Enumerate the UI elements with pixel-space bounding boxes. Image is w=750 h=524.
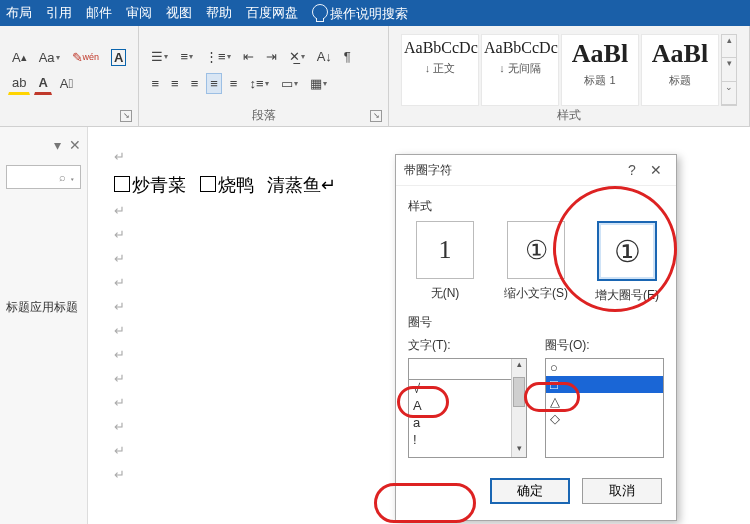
bullets-button[interactable]: ☰▾ <box>147 46 172 67</box>
bulb-icon <box>312 4 328 20</box>
cancel-button[interactable]: 取消 <box>582 478 662 504</box>
dialog-close-button[interactable]: ✕ <box>644 162 668 178</box>
menu-layout[interactable]: 布局 <box>6 4 32 22</box>
styles-group-label: 样式 <box>389 107 749 124</box>
nav-heading-hint: 标题应用标题 <box>6 299 81 316</box>
character-border-button[interactable]: A <box>107 46 130 69</box>
menu-references[interactable]: 引用 <box>46 4 72 22</box>
align-left-button[interactable]: ≡ <box>147 73 163 94</box>
text-item[interactable]: √ <box>409 380 511 397</box>
ribbon-group-paragraph: ☰▾ ≡▾ ⋮≡▾ ⇤ ⇥ ✕̲▾ A↓ ¶ ≡ ≡ ≡ ≡ ≡ ↕≡▾ ▭▾ <box>139 26 389 126</box>
ring-field-label: 圈号(O): <box>545 337 664 354</box>
highlight-button[interactable]: ab <box>8 72 30 95</box>
text-item[interactable]: a <box>409 414 511 431</box>
ring-item-selected[interactable]: □ <box>546 376 663 393</box>
borders-button[interactable]: ▦▾ <box>306 73 331 94</box>
ring-item[interactable]: ○ <box>546 359 663 376</box>
nav-dropdown-icon[interactable]: ▾ <box>54 137 61 153</box>
style-section-label: 样式 <box>408 198 664 215</box>
menu-help[interactable]: 帮助 <box>206 4 232 22</box>
text-field-label: 文字(T): <box>408 337 527 354</box>
ring-section-label: 圈号 <box>408 314 664 331</box>
styles-gallery[interactable]: AaBbCcDc↓ 正文 AaBbCcDc↓ 无间隔 AaBl标题 1 AaBl… <box>397 30 741 110</box>
ring-item[interactable]: ◇ <box>546 410 663 427</box>
ribbon-group-font: A▴ Aa▾ ✎wén A ab A A⃝ ↘ <box>0 26 139 126</box>
ribbon-group-styles: AaBbCcDc↓ 正文 AaBbCcDc↓ 无间隔 AaBl标题 1 AaBl… <box>389 26 750 126</box>
menu-review[interactable]: 审阅 <box>126 4 152 22</box>
ring-item[interactable]: △ <box>546 393 663 410</box>
change-case-button[interactable]: Aa▾ <box>35 47 64 68</box>
distributed-button[interactable]: ≡ <box>226 73 242 94</box>
checkbox-icon <box>200 176 216 192</box>
enclose-characters-button[interactable]: A⃝ <box>56 73 77 94</box>
dialog-help-button[interactable]: ? <box>620 162 644 178</box>
multilevel-list-button[interactable]: ⋮≡▾ <box>201 46 235 67</box>
nav-close-icon[interactable]: ✕ <box>69 137 81 153</box>
decrease-indent-button[interactable]: ⇤ <box>239 46 258 67</box>
numbering-button[interactable]: ≡▾ <box>176 46 197 67</box>
style-no-spacing[interactable]: AaBbCcDc↓ 无间隔 <box>481 34 559 106</box>
dialog-title: 带圈字符 <box>404 162 620 179</box>
text-listbox[interactable]: √ A a ! ▴▾ <box>408 358 527 458</box>
font-color-button[interactable]: A <box>34 72 51 95</box>
ok-button[interactable]: 确定 <box>490 478 570 504</box>
style-heading-1[interactable]: AaBl标题 1 <box>561 34 639 106</box>
text-direction-button[interactable]: ✕̲▾ <box>285 46 309 67</box>
shading-button[interactable]: ▭▾ <box>277 73 302 94</box>
checkbox-icon <box>114 176 130 192</box>
phonetic-guide-button[interactable]: ✎wén <box>68 47 104 68</box>
tell-me[interactable]: 操作说明搜索 <box>312 4 408 23</box>
sort-button[interactable]: A↓ <box>313 46 336 67</box>
nav-search-input[interactable]: ⌕ ▾ <box>6 165 81 189</box>
style-option-enlarge[interactable]: ① 增大圈号(E) <box>592 221 662 304</box>
paragraph-group-launcher[interactable]: ↘ <box>370 110 382 122</box>
paragraph-group-label: 段落 <box>139 107 388 124</box>
grow-font-button[interactable]: A▴ <box>8 47 31 68</box>
style-option-shrink[interactable]: ① 缩小文字(S) <box>501 221 571 304</box>
text-scrollbar[interactable]: ▴▾ <box>511 359 526 457</box>
text-item[interactable]: ! <box>409 431 511 448</box>
text-input[interactable] <box>409 359 511 380</box>
line-spacing-button[interactable]: ↕≡▾ <box>245 73 272 94</box>
font-group-launcher[interactable]: ↘ <box>120 110 132 122</box>
style-option-none[interactable]: 1 无(N) <box>410 221 480 304</box>
show-marks-button[interactable]: ¶ <box>340 46 355 67</box>
styles-scroll[interactable]: ▴▾⌄ <box>721 34 737 106</box>
navigation-pane: ▾ ✕ ⌕ ▾ 标题应用标题 <box>0 127 88 524</box>
align-right-button[interactable]: ≡ <box>187 73 203 94</box>
text-item[interactable]: A <box>409 397 511 414</box>
menu-mailings[interactable]: 邮件 <box>86 4 112 22</box>
search-icon: ⌕ ▾ <box>59 171 76 183</box>
menu-baidu-netdisk[interactable]: 百度网盘 <box>246 4 298 22</box>
enclose-characters-dialog: 带圈字符 ? ✕ 样式 1 无(N) ① 缩小文字(S) ① 增大圈号(E) 圈… <box>395 154 677 521</box>
style-title[interactable]: AaBl标题 <box>641 34 719 106</box>
ribbon: A▴ Aa▾ ✎wén A ab A A⃝ ↘ ☰▾ ≡▾ ⋮≡▾ <box>0 26 750 127</box>
ring-listbox[interactable]: ○ □ △ ◇ <box>545 358 664 458</box>
align-center-button[interactable]: ≡ <box>167 73 183 94</box>
increase-indent-button[interactable]: ⇥ <box>262 46 281 67</box>
menu-bar: 布局 引用 邮件 审阅 视图 帮助 百度网盘 操作说明搜索 <box>0 0 750 26</box>
menu-view[interactable]: 视图 <box>166 4 192 22</box>
style-normal[interactable]: AaBbCcDc↓ 正文 <box>401 34 479 106</box>
justify-button[interactable]: ≡ <box>206 73 222 94</box>
